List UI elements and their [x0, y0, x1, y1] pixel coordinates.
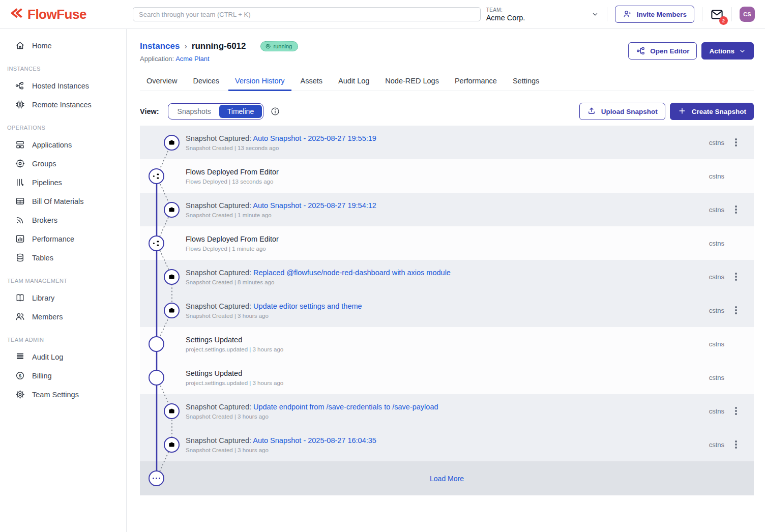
- sidebar-item-brokers[interactable]: Brokers: [0, 211, 126, 229]
- search-input[interactable]: [133, 7, 481, 21]
- row-menu-button[interactable]: [724, 394, 748, 428]
- team-name: Acme Corp.: [486, 14, 525, 22]
- sidebar-item-remote-instances[interactable]: Remote Instances: [0, 95, 126, 114]
- row-menu-button[interactable]: [724, 293, 748, 327]
- snapshot-captured-prefix: Snapshot Captured:: [186, 302, 253, 310]
- snapshot-link[interactable]: Auto Snapshot - 2025-08-27 19:54:12: [253, 201, 376, 210]
- application-link[interactable]: Acme Plant: [175, 55, 209, 63]
- tab-assets[interactable]: Assets: [294, 72, 330, 91]
- team-selector[interactable]: TEAM: Acme Corp.: [486, 7, 599, 22]
- chevron-down-icon: [591, 10, 599, 18]
- invite-members-button[interactable]: Invite Members: [615, 6, 694, 23]
- timeline: Snapshot Captured: Auto Snapshot - 2025-…: [140, 126, 754, 495]
- sliders-icon: [149, 370, 164, 386]
- status-target-icon: [265, 43, 271, 49]
- sidebar-item-billing[interactable]: $Billing: [0, 366, 126, 385]
- sidebar-item-hosted-instances[interactable]: Hosted Instances: [0, 76, 126, 95]
- create-snapshot-button[interactable]: Create Snapshot: [670, 103, 754, 120]
- camera-icon: [164, 269, 180, 285]
- team-label: TEAM:: [486, 7, 525, 13]
- timeline-row: Snapshot Captured: Auto Snapshot - 2025-…: [140, 193, 754, 226]
- sidebar-item-library[interactable]: Library: [0, 288, 126, 307]
- notification-count-badge: 2: [719, 16, 728, 25]
- team-settings-icon: [15, 389, 25, 400]
- timeline-row-meta: Snapshot Created | 8 minutes ago: [186, 279, 451, 285]
- row-menu-button[interactable]: [724, 126, 748, 159]
- upload-snapshot-label: Upload Snapshot: [601, 108, 658, 115]
- sidebar-item-label: Team Settings: [32, 391, 79, 399]
- sidebar: HomeINSTANCESHosted InstancesRemote Inst…: [0, 29, 127, 532]
- home-icon: [15, 40, 25, 51]
- tab-overview[interactable]: Overview: [140, 72, 184, 91]
- performance-icon: [15, 233, 25, 244]
- node-editor-icon: [636, 46, 646, 56]
- tab-node-red-logs[interactable]: Node-RED Logs: [378, 72, 446, 91]
- sidebar-item-label: Home: [32, 42, 52, 50]
- timeline-row-meta: project.settings.updated | 3 hours ago: [186, 380, 283, 386]
- timeline-row-title: Flows Deployed From Editor: [186, 168, 279, 176]
- actions-button[interactable]: Actions: [701, 42, 754, 60]
- breadcrumb-instances-link[interactable]: Instances: [140, 41, 180, 51]
- upload-snapshot-button[interactable]: Upload Snapshot: [579, 103, 665, 120]
- sidebar-item-audit-log[interactable]: Audit Log: [0, 347, 126, 366]
- timeline-row-title: Settings Updated: [186, 369, 283, 377]
- sidebar-item-pipelines[interactable]: Pipelines: [0, 173, 126, 192]
- brokers-icon: [15, 215, 25, 225]
- sidebar-item-members[interactable]: Members: [0, 307, 126, 326]
- timeline-row: Snapshot Captured: Auto Snapshot - 2025-…: [140, 126, 754, 159]
- snapshot-link[interactable]: Auto Snapshot - 2025-08-27 16:04:35: [253, 436, 376, 445]
- sidebar-item-team-settings[interactable]: Team Settings: [0, 385, 126, 404]
- snapshot-link[interactable]: Replaced @flowfuse/node-red-dashboard wi…: [253, 269, 451, 277]
- view-toggle-timeline[interactable]: Timeline: [219, 105, 262, 118]
- timeline-row-title: Snapshot Captured: Auto Snapshot - 2025-…: [186, 134, 376, 142]
- library-icon: [15, 292, 25, 303]
- row-menu-button[interactable]: [724, 260, 748, 293]
- view-toggle-snapshots[interactable]: Snapshots: [169, 105, 219, 118]
- tab-performance[interactable]: Performance: [448, 72, 504, 91]
- sidebar-item-groups[interactable]: Groups: [0, 154, 126, 173]
- sidebar-item-bill-of-materials[interactable]: Bill Of Materials: [0, 192, 126, 211]
- deploy-icon: [149, 235, 164, 251]
- tab-audit-log[interactable]: Audit Log: [332, 72, 376, 91]
- timeline-row: Settings Updatedproject.settings.updated…: [140, 361, 754, 394]
- row-menu-button[interactable]: [724, 428, 748, 461]
- sidebar-item-performance[interactable]: Performance: [0, 229, 126, 248]
- timeline-row-meta: Snapshot Created | 3 hours ago: [186, 413, 438, 420]
- timeline-row-meta: project.settings.updated | 3 hours ago: [186, 346, 283, 352]
- sidebar-item-applications[interactable]: Applications: [0, 135, 126, 154]
- create-snapshot-label: Create Snapshot: [692, 108, 746, 115]
- pipelines-icon: [15, 177, 25, 188]
- info-icon[interactable]: [270, 106, 280, 116]
- row-menu-button: [724, 226, 748, 260]
- sidebar-item-tables[interactable]: Tables: [0, 248, 126, 267]
- row-user-label: cstns: [709, 407, 724, 415]
- sidebar-item-home[interactable]: Home: [0, 36, 126, 55]
- instance-name: running-6012: [192, 41, 246, 51]
- flowfuse-logo[interactable]: FlowFuse: [0, 7, 127, 22]
- snapshot-link[interactable]: Update endpoint from /save-credentials t…: [253, 403, 438, 411]
- load-more-link[interactable]: Load More: [430, 475, 464, 483]
- row-menu-button[interactable]: [724, 193, 748, 226]
- timeline-row-meta: Snapshot Created | 1 minute ago: [186, 212, 376, 218]
- ellipsis-icon: [149, 470, 164, 486]
- row-user-label: cstns: [709, 340, 724, 348]
- camera-icon: [164, 135, 180, 151]
- notifications-button[interactable]: 2: [710, 8, 724, 21]
- snapshot-link[interactable]: Auto Snapshot - 2025-08-27 19:55:19: [253, 134, 376, 142]
- open-editor-button[interactable]: Open Editor: [628, 42, 697, 60]
- audit-log-icon: [15, 351, 25, 362]
- snapshot-link[interactable]: Update editor settings and theme: [253, 302, 362, 310]
- applications-icon: [15, 139, 25, 150]
- tab-settings[interactable]: Settings: [506, 72, 546, 91]
- deploy-icon: [149, 168, 164, 184]
- tab-devices[interactable]: Devices: [186, 72, 226, 91]
- tab-version-history[interactable]: Version History: [228, 72, 291, 91]
- snapshot-captured-prefix: Snapshot Captured:: [186, 403, 253, 411]
- sidebar-item-label: Audit Log: [32, 353, 63, 361]
- topbar-divider: [607, 7, 607, 21]
- row-menu-button: [724, 361, 748, 394]
- remote-instances-icon: [15, 99, 25, 110]
- user-avatar[interactable]: CS: [740, 7, 755, 22]
- row-user-label: cstns: [709, 307, 724, 314]
- breadcrumb-separator: ›: [184, 42, 187, 51]
